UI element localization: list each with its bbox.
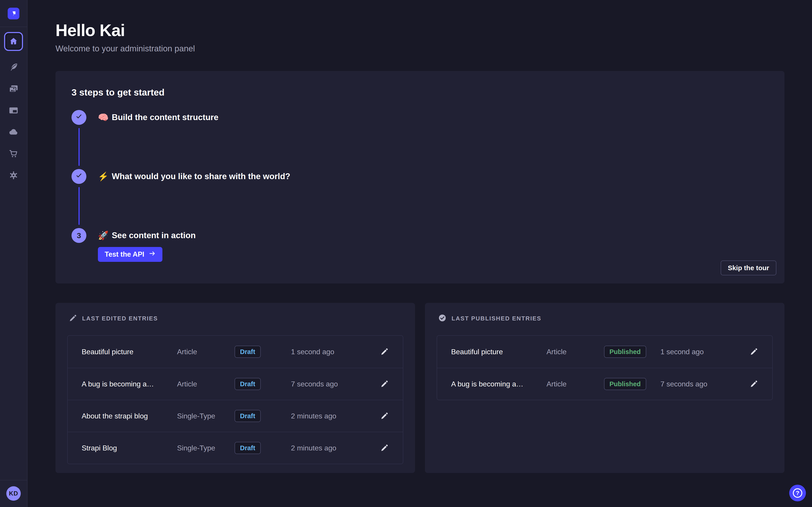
step-2-check-circle (71, 169, 86, 184)
status-badge: Published (604, 378, 646, 390)
entry-title: Beautiful picture (451, 348, 547, 356)
step-3-label: See content in action (112, 228, 196, 243)
pencil-icon (380, 353, 389, 356)
entry-time: 7 seconds ago (660, 380, 749, 388)
last-edited-header: LAST EDITED ENTRIES (68, 314, 403, 323)
entry-time: 1 second ago (291, 348, 379, 356)
tour-step-3: 3 🚀 See content in action (71, 228, 768, 243)
edit-entry-button[interactable] (379, 411, 389, 421)
page-header: Hello Kai Welcome to your administration… (55, 21, 784, 53)
entry-kind: Article (547, 348, 604, 356)
entry-time: 2 minutes ago (291, 444, 379, 452)
entry-time: 7 seconds ago (291, 380, 379, 388)
check-circle-icon (438, 314, 447, 323)
sidebar-item-media-library[interactable] (8, 84, 19, 94)
entry-title: A bug is becoming a… (451, 380, 547, 388)
entry-time: 1 second ago (660, 348, 749, 356)
app-root: KD Hello Kai Welcome to your administrat… (0, 0, 812, 507)
help-button[interactable]: ? (789, 485, 806, 501)
home-icon (9, 37, 18, 47)
sidebar-item-marketplace[interactable] (8, 149, 19, 159)
edit-entry-button[interactable] (379, 347, 389, 357)
sidebar-item-home[interactable] (4, 32, 23, 51)
last-edited-title: LAST EDITED ENTRIES (82, 315, 158, 322)
pencil-icon (68, 314, 77, 323)
step-1-rail (71, 110, 86, 169)
sidebar-item-settings[interactable] (8, 170, 19, 181)
step-3-rail: 3 (71, 228, 86, 243)
strapi-logo[interactable] (8, 8, 19, 19)
entries-panels: LAST EDITED ENTRIES Beautiful picture Ar… (55, 303, 784, 473)
status-badge: Draft (235, 378, 261, 390)
table-row[interactable]: Beautiful picture Article Published 1 se… (437, 336, 772, 368)
pencil-icon (380, 385, 389, 389)
entry-kind: Article (547, 380, 604, 388)
table-row[interactable]: Beautiful picture Article Draft 1 second… (68, 336, 403, 368)
status-badge: Draft (235, 410, 261, 422)
sidebar-bottom: KD (0, 480, 27, 507)
skip-tour-button[interactable]: Skip the tour (721, 261, 776, 275)
step-2-label: What would you like to share with the wo… (112, 169, 290, 184)
last-edited-table: Beautiful picture Article Draft 1 second… (67, 335, 403, 464)
step-3-number: 3 (77, 231, 81, 240)
tour-step-1: 🧠 Build the content structure (71, 110, 768, 169)
entry-title: A bug is becoming a… (82, 380, 177, 388)
edit-entry-button[interactable] (749, 379, 759, 389)
table-row[interactable]: A bug is becoming a… Article Published 7… (437, 368, 772, 400)
table-row[interactable]: About the strapi blog Single-Type Draft … (68, 400, 403, 432)
question-mark-icon: ? (793, 488, 802, 498)
check-icon (75, 172, 83, 181)
sidebar-item-content-manager[interactable] (8, 62, 19, 72)
rocket-emoji-icon: 🚀 (98, 228, 108, 243)
table-row[interactable]: Strapi Blog Single-Type Draft 2 minutes … (68, 432, 403, 464)
sidebar-divider (0, 26, 27, 27)
step-1-body: 🧠 Build the content structure (98, 110, 768, 169)
edit-entry-button[interactable] (749, 347, 759, 357)
step-1-label: Build the content structure (112, 110, 218, 125)
guided-tour-card: 3 steps to get started 🧠 Build the conte… (55, 71, 784, 283)
entry-time: 2 minutes ago (291, 412, 379, 420)
brain-emoji-icon: 🧠 (98, 110, 108, 125)
step-1-check-circle (71, 110, 86, 125)
pencil-icon (380, 449, 389, 453)
status-badge: Draft (235, 442, 261, 454)
layout-icon (9, 105, 18, 116)
test-api-button[interactable]: Test the API (98, 247, 162, 262)
last-published-header: LAST PUBLISHED ENTRIES (438, 314, 773, 323)
step-connector (79, 128, 80, 166)
sidebar-nav (4, 32, 23, 181)
pencil-icon (380, 417, 389, 421)
last-published-panel: LAST PUBLISHED ENTRIES Beautiful picture… (425, 303, 784, 473)
sidebar: KD (0, 0, 28, 507)
step-3-cta-row: Test the API (98, 247, 768, 262)
edit-entry-button[interactable] (379, 443, 389, 453)
cloud-icon (9, 127, 18, 138)
entry-kind: Article (177, 348, 235, 356)
step-3-number-circle: 3 (71, 228, 86, 243)
entry-title: About the strapi blog (82, 412, 177, 420)
avatar[interactable]: KD (6, 486, 21, 501)
tour-step-2: ⚡ What would you like to share with the … (71, 169, 768, 228)
page-title: Hello Kai (55, 21, 784, 40)
step-connector (79, 187, 80, 225)
arrow-right-icon (149, 250, 156, 259)
step-3-body: 🚀 See content in action (98, 228, 768, 243)
sidebar-item-content-type-builder[interactable] (8, 105, 19, 116)
last-published-table: Beautiful picture Article Published 1 se… (437, 335, 773, 400)
pencil-icon (750, 385, 758, 389)
entry-kind: Single-Type (177, 412, 235, 420)
pictures-icon (9, 84, 18, 95)
cart-icon (9, 149, 18, 159)
step-2-body: ⚡ What would you like to share with the … (98, 169, 768, 228)
zap-emoji-icon: ⚡ (98, 169, 108, 184)
step-2-rail (71, 169, 86, 228)
sidebar-item-deploy[interactable] (8, 127, 19, 137)
guided-tour-title: 3 steps to get started (71, 87, 768, 98)
feather-icon (9, 62, 18, 73)
strapi-logo-icon (10, 10, 17, 17)
step-3-title: 🚀 See content in action (98, 228, 768, 243)
entry-title: Strapi Blog (82, 444, 177, 452)
edit-entry-button[interactable] (379, 379, 389, 389)
table-row[interactable]: A bug is becoming a… Article Draft 7 sec… (68, 368, 403, 400)
status-badge: Draft (235, 346, 261, 358)
